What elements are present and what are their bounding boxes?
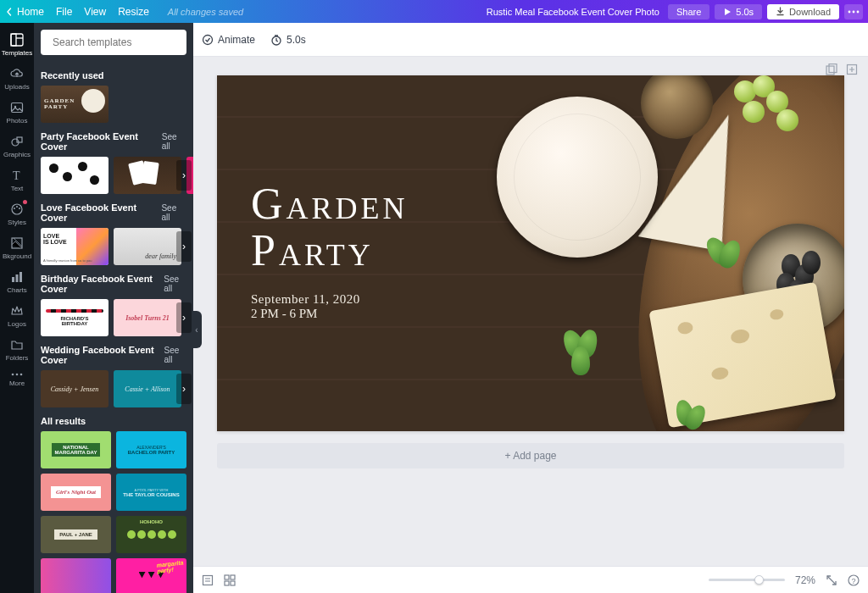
row-next-button[interactable]: › [176,231,192,262]
zoom-slider[interactable] [709,579,785,581]
rail-logos[interactable]: Logos [0,299,34,333]
svg-point-19 [12,374,14,376]
rail-photos-label: Photos [7,117,28,125]
thumb-label: HOHOHO [140,519,163,524]
search-input[interactable] [53,36,180,48]
add-page-icon[interactable] [846,64,858,75]
chart-icon [10,270,24,284]
section-birthday: Birthday Facebook Event Cover [41,274,164,294]
rail-styles[interactable]: Styles [0,197,34,231]
rail-charts[interactable]: Charts [0,265,34,299]
home-button[interactable]: Home [5,6,44,18]
row-next-button[interactable]: › [176,374,192,404]
animate-button[interactable]: Animate [202,34,255,46]
duplicate-page-icon[interactable] [826,64,837,75]
play-button[interactable]: 5.0s [715,4,762,19]
svg-point-13 [16,206,18,208]
template-thumb[interactable]: Isobel Turns 21 [114,299,181,336]
fullscreen-icon[interactable] [826,574,837,586]
svg-point-21 [20,374,23,376]
rail-styles-label: Styles [8,219,26,226]
section-all-results: All results [41,416,86,426]
template-thumb[interactable] [41,157,108,194]
template-thumb[interactable]: LOVE IS LOVE A friendly reunion from us … [41,228,108,265]
svg-text:?: ? [852,576,856,585]
add-page-button[interactable]: + Add page [217,443,844,468]
thumb-label: BACHELOR PARTY [128,450,175,455]
see-all-love[interactable]: See all [161,203,186,222]
template-thumb[interactable]: Cassie + Allison [114,370,181,407]
rail-folders[interactable]: Folders [0,333,34,367]
see-all-birthday[interactable]: See all [164,274,186,293]
home-label: Home [17,6,44,18]
thumb-label: Girl's Night Out [51,486,101,498]
template-thumb[interactable]: Cassidy + Jensen [41,370,108,407]
duration-button[interactable]: 5.0s [270,34,306,46]
svg-point-11 [12,204,22,214]
template-thumb[interactable]: margarita party! [116,558,186,593]
rail-more[interactable]: More [0,367,34,392]
thumb-sub: A friendly reunion from us to you [43,258,92,263]
see-all-wedding[interactable]: See all [164,346,187,364]
svg-rect-17 [16,274,19,282]
thumb-label: NATIONAL MARGARITA DAY [52,443,101,457]
template-thumb[interactable]: HOHOHO [116,516,186,553]
thumb-label: Cassidy + Jensen [51,385,99,393]
templates-icon [10,33,24,47]
contextual-toolbar: Animate 5.0s [193,23,868,57]
sparkle-icon [202,34,214,46]
svg-rect-36 [225,575,229,579]
document-title[interactable]: Rustic Meal Facebook Event Cover Photo [487,7,659,17]
svg-rect-4 [11,34,16,46]
see-all-party[interactable]: See all [162,132,186,151]
svg-point-28 [203,35,213,44]
rail-photos[interactable]: Photos [0,96,34,130]
svg-rect-30 [826,66,834,75]
grid-view-icon[interactable] [224,574,236,586]
rail-background[interactable]: Bkground [0,231,34,265]
palette-icon [10,202,24,216]
svg-rect-6 [12,103,23,113]
template-thumb[interactable]: GARDEN PARTY [41,86,108,123]
rail-graphics[interactable]: Graphics [0,130,34,163]
template-thumb[interactable]: RICHARD'S BIRTHDAY [41,299,108,336]
template-thumb[interactable]: NATIONAL MARGARITA DAY [41,431,111,468]
row-next-button[interactable]: › [176,160,192,191]
thumb-label: GARDEN PARTY [41,98,75,110]
rail-text-label: Text [11,185,24,192]
template-search[interactable] [41,30,186,55]
svg-rect-39 [231,581,235,585]
section-recently-used: Recently used [41,70,104,80]
more-menu-button[interactable] [844,4,863,19]
menu-file[interactable]: File [56,6,72,18]
rail-uploads[interactable]: Uploads [0,62,34,96]
svg-rect-33 [203,575,213,585]
template-thumb[interactable]: PAUL + JANE [41,516,111,553]
svg-rect-37 [231,575,235,579]
canvas-stage[interactable]: GardenParty September 11, 2020 2 PM - 6 … [193,57,868,566]
section-wedding: Wedding Facebook Event Cover [41,345,164,365]
template-thumb[interactable]: A POOL PARTY WITHTHE TAYLOR COUSINS [116,474,186,511]
rail-templates[interactable]: Templates [0,28,34,62]
title-line-1: Garden [251,180,409,228]
template-thumb[interactable] [41,558,111,593]
svg-point-1 [853,10,855,13]
design-text-group[interactable]: GardenParty September 11, 2020 2 PM - 6 … [251,75,409,321]
zoom-value[interactable]: 72% [795,574,815,586]
photo-icon [10,101,24,114]
share-button[interactable]: Share [668,4,709,19]
artboard[interactable]: GardenParty September 11, 2020 2 PM - 6 … [217,75,844,431]
help-icon[interactable]: ? [848,574,860,586]
template-thumb[interactable]: Girl's Night Out [41,474,111,511]
title-line-2: Party [251,226,374,274]
cloud-upload-icon [10,67,24,80]
download-button[interactable]: Download [767,4,839,19]
template-thumb[interactable]: ALEXANDER'SBACHELOR PARTY [116,431,186,468]
notes-icon[interactable] [202,574,214,586]
template-thumb[interactable]: dear family [114,228,181,265]
menu-view[interactable]: View [84,6,106,18]
menu-resize[interactable]: Resize [118,6,149,18]
row-next-button[interactable]: › [176,302,192,333]
rail-text[interactable]: TText [0,163,34,197]
template-thumb[interactable] [114,157,181,194]
